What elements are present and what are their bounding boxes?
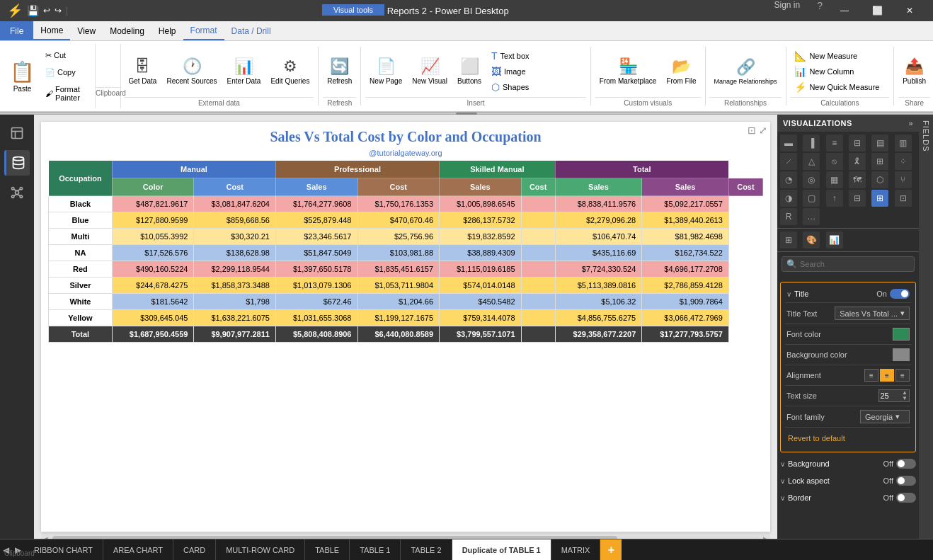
sign-in[interactable]: Sign in bbox=[763, 0, 812, 21]
new-quick-measure-button[interactable]: ⚡ New Quick Measure bbox=[790, 80, 889, 94]
title-expand-btn[interactable]: ∨ Title bbox=[786, 290, 808, 298]
sidebar-data-icon[interactable] bbox=[4, 150, 30, 176]
paste-button[interactable]: 📋 Paste bbox=[4, 47, 40, 105]
vis-scatter-icon[interactable]: ⁘ bbox=[895, 153, 912, 170]
tab-card[interactable]: CARD bbox=[173, 539, 216, 560]
menu-view[interactable]: View bbox=[70, 21, 103, 40]
from-file-button[interactable]: 📂 From File bbox=[662, 47, 700, 96]
new-visual-button[interactable]: 📈 New Visual bbox=[408, 47, 452, 96]
tab-duplicate-of-table-1[interactable]: Duplicate of TABLE 1 bbox=[452, 539, 551, 560]
sidebar-report-icon[interactable] bbox=[4, 120, 30, 146]
maximize-button[interactable]: ⬜ bbox=[861, 0, 893, 21]
tab-table-2[interactable]: TABLE 2 bbox=[401, 539, 452, 560]
vis-gauge-icon[interactable]: ◑ bbox=[780, 190, 797, 207]
recent-sources-button[interactable]: 🕐 Recent Sources bbox=[162, 47, 221, 96]
border-toggle-switch[interactable] bbox=[896, 493, 916, 503]
tab-area-chart[interactable]: AREA CHART bbox=[103, 539, 173, 560]
vis-100-col-icon[interactable]: ▥ bbox=[895, 135, 912, 152]
tab-matrix[interactable]: MATRIX bbox=[551, 539, 601, 560]
font-family-dropdown[interactable]: Georgia ▾ bbox=[860, 410, 910, 423]
vis-table-icon[interactable]: ⊞ bbox=[871, 190, 888, 207]
menu-file[interactable]: File bbox=[0, 21, 33, 40]
vis-map-icon[interactable]: 🗺 bbox=[849, 171, 866, 188]
tab-table[interactable]: TABLE bbox=[305, 539, 350, 560]
align-left-button[interactable]: ≡ bbox=[864, 369, 878, 382]
vis-waterfall-icon[interactable]: ⊞ bbox=[871, 153, 888, 170]
vis-stacked-col-icon[interactable]: ⊟ bbox=[849, 135, 866, 152]
text-size-field[interactable] bbox=[879, 392, 900, 400]
vis-slicer-icon[interactable]: ⊟ bbox=[849, 190, 866, 207]
vis-line-icon[interactable]: ⟋ bbox=[780, 153, 797, 170]
vis-donut-icon[interactable]: ◎ bbox=[803, 171, 820, 188]
quick-undo[interactable]: ↩ bbox=[43, 6, 50, 16]
title-toggle-switch[interactable] bbox=[890, 289, 910, 299]
vis-area-icon[interactable]: △ bbox=[803, 153, 820, 170]
edit-queries-button[interactable]: ⚙ Edit Queries bbox=[266, 47, 314, 96]
menu-format[interactable]: Format bbox=[183, 21, 224, 40]
tab-multi-row-card[interactable]: MULTI-ROW CARD bbox=[216, 539, 305, 560]
format-painter-button[interactable]: 🖌 Format Painter bbox=[43, 84, 91, 103]
vis-filled-map-icon[interactable]: ⬡ bbox=[871, 171, 888, 188]
quick-save[interactable]: 💾 bbox=[27, 5, 39, 16]
publish-button[interactable]: 📤 Publish bbox=[898, 47, 930, 96]
add-tab-button[interactable]: + bbox=[600, 539, 622, 560]
vis-treemap-icon[interactable]: ▦ bbox=[826, 171, 843, 188]
new-page-button[interactable]: 📄 New Page bbox=[365, 47, 406, 96]
menu-data-drill[interactable]: Data / Drill bbox=[224, 21, 278, 40]
vis-more-icon[interactable]: … bbox=[803, 208, 820, 225]
vis-field-icon[interactable]: ⊞ bbox=[780, 232, 797, 248]
new-column-button[interactable]: 📊 New Column bbox=[790, 64, 889, 79]
vis-column-chart-icon[interactable]: ▐ bbox=[803, 135, 820, 152]
vis-card-icon[interactable]: ▢ bbox=[803, 190, 820, 207]
vis-stacked-bar-icon[interactable]: ≡ bbox=[826, 135, 843, 152]
get-data-button[interactable]: 🗄 Get Data bbox=[124, 47, 161, 96]
revert-button[interactable]: Revert to default bbox=[786, 431, 847, 445]
vis-line-col-icon[interactable]: ⍉ bbox=[826, 153, 843, 170]
vis-analytics-icon[interactable]: 📊 bbox=[826, 232, 843, 248]
fields-tab[interactable]: FIELDS bbox=[919, 115, 933, 539]
vis-bar-chart-icon[interactable]: ▬ bbox=[780, 135, 797, 152]
sidebar-model-icon[interactable] bbox=[4, 180, 30, 205]
vis-r-script-icon[interactable]: R bbox=[780, 208, 797, 225]
menu-help[interactable]: Help bbox=[151, 21, 183, 40]
buttons-button[interactable]: ⬜ Buttons bbox=[453, 47, 486, 96]
menu-modeling[interactable]: Modeling bbox=[103, 21, 151, 40]
border-section[interactable]: ∨ Border Off bbox=[777, 489, 919, 506]
panel-collapse-icon[interactable]: » bbox=[908, 119, 913, 127]
vis-matrix-icon[interactable]: ⊡ bbox=[895, 190, 912, 207]
vis-funnel-icon[interactable]: ⑂ bbox=[895, 171, 912, 188]
text-box-button[interactable]: T Text box bbox=[487, 49, 586, 63]
scroll-right-btn[interactable]: ▶ bbox=[762, 535, 770, 539]
menu-home[interactable]: Home bbox=[33, 21, 70, 40]
manage-relationships-button[interactable]: 🔗 Manage Relationships bbox=[709, 47, 781, 96]
title-text-dropdown[interactable]: Sales Vs Total ... ▾ bbox=[835, 307, 910, 320]
text-size-input[interactable]: ▲ ▼ bbox=[878, 389, 910, 402]
copy-button[interactable]: 📄 Copy bbox=[43, 67, 91, 78]
refresh-button[interactable]: 🔄 Refresh bbox=[323, 47, 356, 96]
lock-aspect-section[interactable]: ∨ Lock aspect Off bbox=[777, 472, 919, 489]
from-marketplace-button[interactable]: 🏪 From Marketplace bbox=[595, 47, 661, 96]
vis-pie-icon[interactable]: ◔ bbox=[780, 171, 797, 188]
vis-format-icon[interactable]: 🎨 bbox=[803, 232, 820, 248]
close-button[interactable]: ✕ bbox=[893, 0, 926, 21]
search-box[interactable]: 🔍 bbox=[782, 256, 915, 272]
background-toggle-switch[interactable] bbox=[896, 459, 916, 469]
expand-icon[interactable]: ⤢ bbox=[759, 125, 767, 136]
align-right-button[interactable]: ≡ bbox=[895, 369, 910, 382]
shapes-button[interactable]: ⬡ Shapes bbox=[487, 80, 586, 94]
cut-button[interactable]: ✂ Cut bbox=[43, 50, 91, 61]
align-center-button[interactable]: ≡ bbox=[880, 369, 894, 382]
quick-redo[interactable]: ↪ bbox=[55, 6, 62, 16]
background-section[interactable]: ∨ Background Off bbox=[777, 455, 919, 472]
minimize-button[interactable]: — bbox=[828, 0, 861, 21]
fit-page-icon[interactable]: ⊡ bbox=[748, 125, 756, 136]
tab-ribbon-chart[interactable]: RIBBON CHART bbox=[24, 539, 103, 560]
help-icon[interactable]: ? bbox=[811, 0, 828, 21]
num-down-arrow[interactable]: ▼ bbox=[900, 396, 909, 401]
font-color-swatch[interactable] bbox=[893, 328, 910, 341]
new-measure-button[interactable]: 📐 New Measure bbox=[790, 49, 889, 63]
image-button[interactable]: 🖼 Image bbox=[487, 64, 586, 79]
vis-100-bar-icon[interactable]: ▤ bbox=[871, 135, 888, 152]
lock-aspect-toggle-switch[interactable] bbox=[896, 476, 916, 486]
h-scrollbar[interactable]: ◀ ▶ bbox=[41, 533, 770, 539]
